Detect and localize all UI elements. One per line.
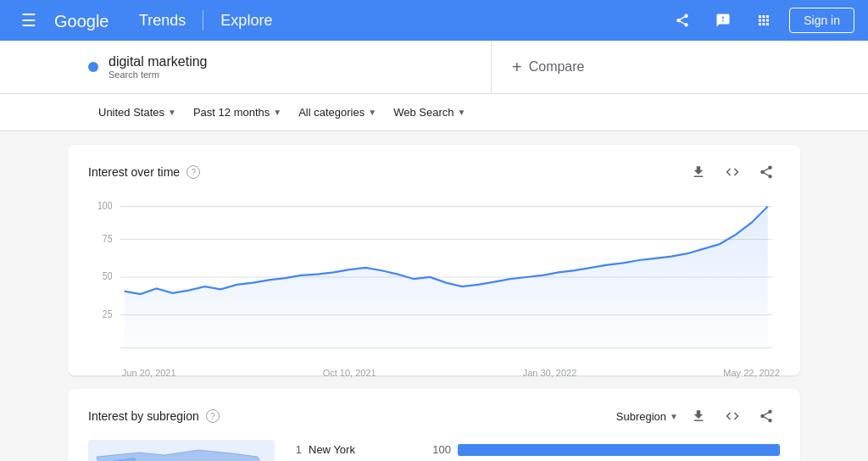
logo-text: Trends <box>139 12 186 30</box>
menu-button[interactable]: ☰ <box>14 5 44 36</box>
feedback-icon <box>715 13 731 28</box>
chart-x-labels: Jun 20, 2021 Oct 10, 2021 Jan 30, 2022 M… <box>88 364 780 378</box>
iot-share-button[interactable] <box>753 158 780 186</box>
search-term-value: digital marketing <box>108 54 208 69</box>
search-term-box[interactable]: digital marketing Search term <box>68 41 492 93</box>
search-type-filter-label: Web Search <box>393 106 453 119</box>
svg-text:25: 25 <box>103 308 113 319</box>
menu-icon: ☰ <box>21 10 36 31</box>
compare-box[interactable]: + Compare <box>492 41 868 93</box>
subregion-help-icon[interactable]: ? <box>206 409 220 423</box>
region-filter-arrow: ▼ <box>168 108 176 117</box>
category-filter[interactable]: All categories ▼ <box>292 101 383 124</box>
category-filter-arrow: ▼ <box>368 108 376 117</box>
svg-text:75: 75 <box>103 233 113 244</box>
subregion-download-icon <box>691 408 706 424</box>
embed-icon <box>725 164 740 180</box>
subregion-embed-icon <box>725 408 740 424</box>
search-term-type: Search term <box>108 69 208 80</box>
iot-chart: 100 75 50 25 Jun 20, 2021 Oct 10, 20 <box>88 192 780 362</box>
download-icon <box>691 164 706 180</box>
logo: Google Trends <box>54 8 186 32</box>
x-label-1: Jun 20, 2021 <box>122 368 176 378</box>
apps-icon <box>756 13 771 28</box>
subregion-map-svg <box>88 440 275 461</box>
iot-help-icon[interactable]: ? <box>186 165 200 179</box>
apps-button[interactable] <box>748 5 779 36</box>
x-label-2: Oct 10, 2021 <box>323 368 376 378</box>
subregion-share-button[interactable] <box>753 403 780 430</box>
x-label-4: May 22, 2022 <box>723 368 780 378</box>
main-content: Interest over time ? <box>0 131 868 461</box>
subregion-title: Interest by subregion <box>88 409 199 423</box>
svg-text:50: 50 <box>103 271 113 282</box>
share-icon <box>675 13 690 28</box>
interest-over-time-card: Interest over time ? <box>68 145 800 375</box>
compare-label: Compare <box>529 59 585 75</box>
time-filter-arrow: ▼ <box>273 108 281 117</box>
subregion-share-icon <box>759 408 774 424</box>
time-filter-label: Past 12 months <box>193 106 270 119</box>
subregion-bar-1 <box>458 444 780 456</box>
search-area: digital marketing Search term + Compare <box>0 41 868 94</box>
iot-chart-svg: 100 75 50 25 <box>88 192 780 362</box>
share-iot-icon <box>759 164 774 180</box>
share-header-button[interactable] <box>667 5 698 36</box>
subregion-map <box>88 440 275 461</box>
search-term-info: digital marketing Search term <box>108 54 208 80</box>
time-filter[interactable]: Past 12 months ▼ <box>186 101 288 124</box>
subregion-download-button[interactable] <box>685 403 712 430</box>
explore-label: Explore <box>220 12 272 30</box>
subregion-type-dropdown[interactable]: Subregion ▼ <box>616 410 678 423</box>
subregion-row: 1 New York 100 <box>288 440 780 459</box>
subregion-rank-1: 1 <box>288 443 302 456</box>
app-header: ☰ Google Trends Explore Sign in <box>0 0 868 41</box>
compare-plus-icon: + <box>512 58 522 77</box>
search-type-filter[interactable]: Web Search ▼ <box>387 101 472 124</box>
header-divider <box>203 10 203 31</box>
card-title-group-iot: Interest over time ? <box>88 165 200 179</box>
subregion-name-1: New York <box>309 443 410 456</box>
sign-in-button[interactable]: Sign in <box>789 8 854 33</box>
category-filter-label: All categories <box>298 106 364 119</box>
region-filter-label: United States <box>98 106 164 119</box>
subregion-title-group: Interest by subregion ? <box>88 409 220 423</box>
interest-by-subregion-card: Interest by subregion ? Subregion ▼ <box>68 389 800 461</box>
subregion-dropdown-arrow: ▼ <box>670 412 678 421</box>
subregion-card-header: Interest by subregion ? Subregion ▼ <box>88 403 780 430</box>
search-type-filter-arrow: ▼ <box>457 108 465 117</box>
subregion-controls: Subregion ▼ <box>616 403 780 430</box>
term-indicator-dot <box>88 62 98 72</box>
iot-title: Interest over time <box>88 165 180 179</box>
card-header-iot: Interest over time ? <box>88 158 780 186</box>
filters-bar: United States ▼ Past 12 months ▼ All cat… <box>0 94 868 131</box>
subregion-type-label: Subregion <box>616 410 666 423</box>
subregion-body: 1 New York 100 <box>88 440 780 461</box>
google-trends-logo: Google <box>54 8 132 32</box>
iot-embed-button[interactable] <box>719 158 746 186</box>
subregion-embed-button[interactable] <box>719 403 746 430</box>
subregion-bar-container-1 <box>458 444 780 456</box>
svg-text:100: 100 <box>97 200 112 211</box>
feedback-button[interactable] <box>708 5 738 36</box>
subregion-list: 1 New York 100 <box>288 440 780 461</box>
subregion-value-1: 100 <box>417 443 451 456</box>
iot-download-button[interactable] <box>685 158 712 186</box>
svg-text:Google: Google <box>54 12 109 31</box>
x-label-3: Jan 30, 2022 <box>523 368 577 378</box>
iot-card-actions <box>685 158 780 186</box>
region-filter[interactable]: United States ▼ <box>92 101 183 124</box>
